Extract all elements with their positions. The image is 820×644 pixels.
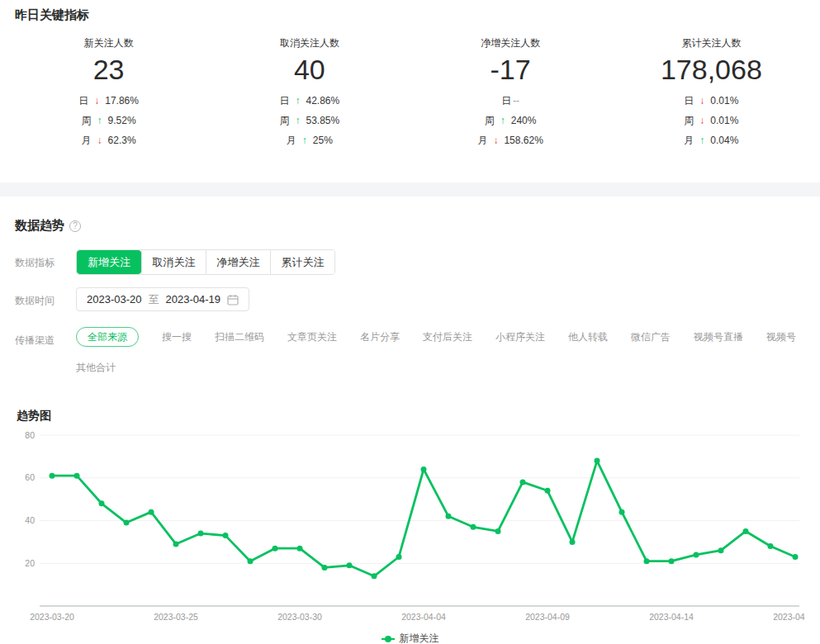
metric-compare-row: 周↑240% [410,111,611,130]
channel-item-其他合计[interactable]: 其他合计 [76,358,116,377]
data-point [99,500,105,506]
data-point [223,533,229,538]
change-value: 17.86% [105,95,139,107]
channel-item-他人转载[interactable]: 他人转载 [568,327,608,347]
metric-rows: 日↑42.86%周↑53.85%月↑25% [209,91,410,150]
metric-selector-row: 数据指标 新增关注取消关注净增关注累计关注 [15,249,820,275]
change-value: 53.85% [306,115,340,126]
metric-label: 累计关注人数 [611,36,812,50]
section-title-yesterday-metrics: 昨日关键指标 [15,7,820,23]
data-point [520,479,526,485]
data-point [50,473,55,479]
channel-item-扫描二维码[interactable]: 扫描二维码 [215,327,264,347]
metric-rows: 日↓0.01%周↓0.01%月↑0.04% [611,91,812,150]
metric-cards: 新关注人数23日↓17.86%周↑9.52%月↓62.3%取消关注人数40日↑4… [0,36,820,150]
arrow-up-icon: ↑ [296,115,301,126]
data-point [421,466,427,472]
period-label: 月 [287,134,296,148]
channel-item-小程序关注[interactable]: 小程序关注 [495,327,545,347]
metric-compare-row: 周↓0.01% [611,111,812,130]
arrow-down-icon: ↓ [699,95,704,107]
followers-analytics-page: 昨日关键指标 新关注人数23日↓17.86%周↑9.52%月↓62.3%取消关注… [0,7,820,644]
y-axis-tick: 80 [25,430,35,440]
metric-compare-row: 月↑0.04% [611,130,812,150]
data-point [74,473,80,479]
arrow-up-icon: ↑ [500,115,505,126]
period-label: 周 [684,114,694,128]
metric-compare-row: 日↓17.86% [8,91,209,111]
data-point [372,573,377,579]
metric-compare-row: 周↑53.85% [209,111,410,130]
metric-rows: 日↓17.86%周↑9.52%月↓62.3% [8,91,209,150]
trend-line-chart: 204060802023-03-202023-03-252023-03-3020… [17,425,805,630]
arrow-down-icon: ↓ [97,135,102,146]
data-point [768,543,774,549]
data-point [619,509,625,515]
data-point [644,558,650,564]
channel-item-支付后关注[interactable]: 支付后关注 [423,327,472,347]
tab-净增关注[interactable]: 净增关注 [206,250,270,274]
date-start: 2023-03-20 [87,293,142,305]
metric-compare-row: 日-- [410,91,611,111]
tab-新增关注[interactable]: 新增关注 [77,250,141,274]
tab-累计关注[interactable]: 累计关注 [270,250,334,274]
period-label: 周 [485,114,495,128]
chart-title: 趋势图 [17,409,820,424]
metric-value: -17 [410,53,611,86]
data-point [743,528,749,534]
arrow-up-icon: ↑ [699,135,704,146]
arrow-up-icon: ↑ [97,115,102,126]
help-icon[interactable]: ? [69,220,81,232]
channel-row-label: 传播渠道 [15,327,76,348]
arrow-up-icon: ↑ [302,135,307,146]
channel-item-搜一搜[interactable]: 搜一搜 [162,327,192,347]
metric-tabs: 新增关注取消关注净增关注累计关注 [76,249,335,275]
metric-rows: 日--周↑240%月↓158.62% [410,91,611,150]
metric-compare-row: 月↓158.62% [410,130,611,150]
channel-pill-全部来源[interactable]: 全部来源 [76,327,139,347]
channel-item-名片分享[interactable]: 名片分享 [360,327,400,347]
x-axis-tick: 2023-04-19 [773,612,805,622]
data-point [669,558,675,564]
data-point [248,558,254,564]
data-point [347,562,353,568]
metric-value: 40 [209,53,410,86]
x-axis-tick: 2023-04-09 [525,612,570,622]
data-point [124,520,130,526]
y-axis-tick: 20 [25,558,35,568]
change-value: 42.86% [306,95,340,107]
metric-card: 净增关注人数-17日--周↑240%月↓158.62% [410,36,611,150]
chart-legend[interactable]: 新增关注 [0,632,820,644]
data-point [495,528,501,534]
legend-label: 新增关注 [400,632,439,644]
data-point [149,509,154,515]
arrow-down-icon: ↓ [699,115,704,126]
period-label: 日 [280,94,290,108]
channel-item-文章页关注[interactable]: 文章页关注 [287,327,337,347]
data-point [545,488,551,494]
data-point [446,514,452,519]
channel-item-视频号[interactable]: 视频号 [766,327,796,347]
channel-item-视频号直播[interactable]: 视频号直播 [694,327,743,347]
data-point [793,554,799,560]
change-value: 240% [511,115,537,126]
data-point [718,547,724,553]
arrow-down-icon: ↓ [493,135,498,146]
data-point [173,541,179,547]
date-end: 2023-04-19 [166,293,221,305]
tab-取消关注[interactable]: 取消关注 [141,250,206,274]
metric-compare-row: 日↑42.86% [209,91,410,111]
x-axis-tick: 2023-04-14 [649,612,694,622]
metric-label: 净增关注人数 [410,36,611,50]
trend-section-header: 数据趋势 ? [15,218,820,234]
period-label: 周 [82,114,92,128]
period-label: 周 [280,114,290,128]
date-separator: 至 [149,292,159,307]
data-point [198,531,204,537]
date-range-picker[interactable]: 2023-03-20 至 2023-04-19 [76,287,249,311]
channel-item-微信广告[interactable]: 微信广告 [631,327,671,347]
data-point [273,546,278,552]
period-label: 日 [501,94,511,108]
change-value: 9.52% [108,115,136,126]
time-row-label: 数据时间 [15,287,76,308]
